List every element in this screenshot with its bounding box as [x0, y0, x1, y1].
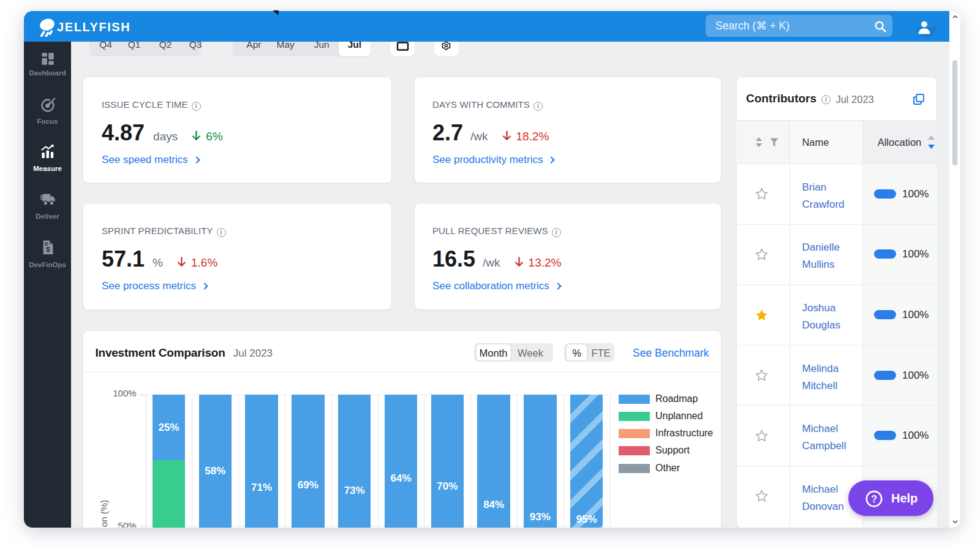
svg-text:$: $	[46, 246, 50, 253]
svg-text:?: ?	[871, 493, 877, 504]
